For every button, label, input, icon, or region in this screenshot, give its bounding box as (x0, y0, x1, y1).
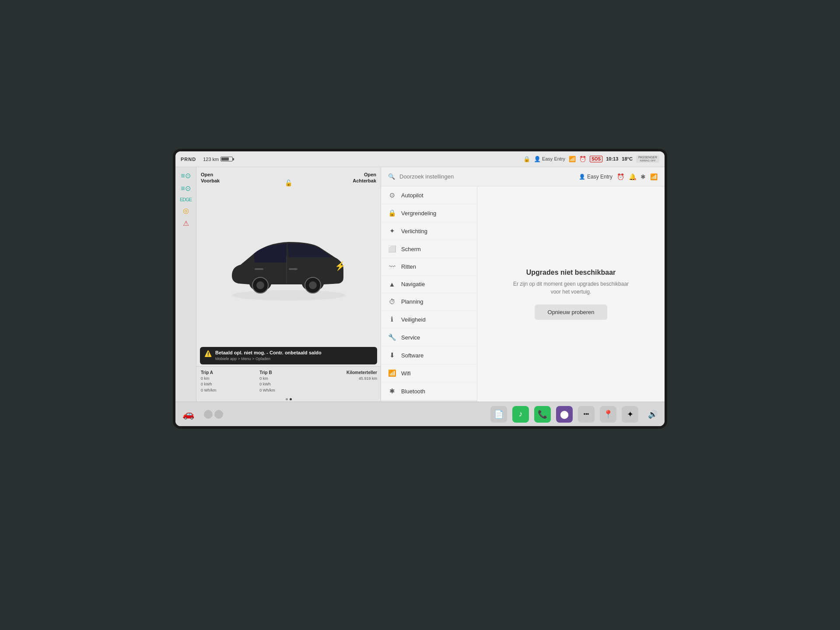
menu-item-vergrendeling[interactable]: 🔒 Vergrendeling (381, 204, 477, 222)
trip-b-kwh: 0 kWh (259, 382, 318, 388)
menu-item-wifi[interactable]: 📶 Wifi (381, 364, 477, 382)
taskbar-maps-btn[interactable]: 📍 (600, 406, 616, 423)
dot-2[interactable] (290, 398, 292, 400)
taskbar-dots (204, 410, 223, 419)
menu-item-scherm[interactable]: ⬜ Scherm (381, 240, 477, 258)
bluetooth-label: Bluetooth (401, 388, 425, 395)
sidebar-icon-display[interactable]: ≡⊙ (181, 172, 190, 180)
sidebar-icons: ≡⊙ ≡⊙ EDGE ◎ ⚠ (175, 167, 196, 402)
trip-b-whkm: 0 Wh/km (259, 388, 318, 394)
status-bar: PRND 123 km 🔒 👤 Easy Entry 📶 ⏰ SOS 10:13 (175, 151, 665, 167)
wifi-icon-header[interactable]: 📶 (650, 173, 658, 180)
menu-item-veiligheid[interactable]: ℹ Veiligheid (381, 311, 477, 329)
profile-btn[interactable]: 👤 Easy Entry (579, 174, 612, 180)
car-home-icon[interactable]: 🚗 (182, 409, 194, 420)
airbag-line2: AIRBAG OFF (638, 159, 657, 162)
easy-entry-label: Easy Entry (542, 156, 565, 161)
veiligheid-icon: ℹ (388, 315, 396, 323)
sidebar-icon-speed[interactable]: ≡⊙ (181, 184, 190, 192)
alarm-icon-header[interactable]: ⏰ (617, 173, 624, 180)
trip-b-km: 0 km (259, 376, 318, 382)
planning-label: Planning (401, 298, 424, 305)
service-label: Service (401, 334, 420, 341)
dot-1[interactable] (286, 398, 288, 400)
retry-button[interactable]: Opnieuw proberen (535, 304, 608, 320)
verlichting-icon: ✦ (388, 227, 396, 235)
menu-item-bluetooth[interactable]: ✱ Bluetooth (381, 382, 477, 400)
menu-item-navigatie[interactable]: ▲ Navigatie (381, 276, 477, 293)
battery-bar (220, 157, 233, 161)
menu-item-planning[interactable]: ⏱ Planning (381, 293, 477, 311)
svg-point-3 (256, 281, 264, 289)
trip-a-title: Trip A (201, 370, 259, 375)
sidebar-icon-tire[interactable]: ◎ (183, 206, 189, 215)
software-icon: ⬇ (388, 351, 396, 359)
menu-item-verlichting[interactable]: ✦ Verlichting (381, 222, 477, 240)
taskbar-circle-btn[interactable]: ⬤ (556, 406, 573, 423)
settings-body: ⊙ Autopilot 🔒 Vergrendeling ✦ Verlichtin… (381, 186, 665, 402)
verlichting-label: Verlichting (401, 228, 427, 234)
volume-icon[interactable]: 🔊 (648, 410, 658, 419)
svg-point-5 (309, 281, 317, 289)
battery-indicator: 123 km (203, 157, 233, 162)
trip-b-values: 0 km 0 kWh 0 Wh/km (259, 376, 318, 394)
status-icons: 🔒 👤 Easy Entry 📶 ⏰ SOS 10:13 18°C PASSEN… (523, 155, 659, 163)
svg-point-0 (232, 290, 346, 301)
sidebar-icon-alert[interactable]: ⚠ (183, 219, 189, 228)
temp-display: 18°C (622, 156, 633, 161)
menu-item-autopilot[interactable]: ⊙ Autopilot (381, 186, 477, 204)
trip-b-title: Trip B (259, 370, 318, 375)
vergrendeling-label: Vergrendeling (401, 210, 436, 217)
wifi-icon[interactable]: 📶 (569, 156, 576, 162)
car-lock-icon: 🔓 (285, 179, 292, 186)
car-image-area: 🔓 (196, 167, 381, 345)
software-label: Software (401, 352, 424, 359)
autopilot-label: Autopilot (401, 192, 424, 199)
taskbar-more-btn[interactable]: ••• (578, 406, 595, 423)
search-input[interactable] (399, 173, 574, 180)
menu-item-service[interactable]: 🔧 Service (381, 329, 477, 346)
trip-a-whkm: 0 Wh/km (201, 388, 259, 394)
car-svg: ⚡ (219, 219, 359, 306)
alarm-icon[interactable]: ⏰ (579, 156, 586, 162)
lock-btn[interactable]: 🔒 (523, 156, 530, 162)
odometer-value: 45.919 km (318, 376, 377, 382)
bluetooth-icon-header[interactable]: ✱ (640, 173, 646, 180)
trip-data: Trip A 0 km 0 kWh 0 Wh/km Trip B 0 km (196, 366, 381, 397)
svg-text:⚡: ⚡ (335, 261, 346, 271)
upgrades-content: Upgrades niet beschikbaar Er zijn op dit… (477, 186, 665, 402)
odometer-title: Kilometerteller (318, 370, 377, 375)
sos-label: SOS (590, 156, 602, 162)
trip-b-col: Trip B 0 km 0 kWh 0 Wh/km (259, 370, 318, 394)
screen: PRND 123 km 🔒 👤 Easy Entry 📶 ⏰ SOS 10:13 (175, 151, 665, 426)
wifi-label: Wifi (401, 370, 411, 377)
left-panel: ≡⊙ ≡⊙ EDGE ◎ ⚠ Open Voorbak Open (175, 167, 381, 402)
taskbar-file-btn[interactable]: 📄 (490, 406, 507, 423)
navigatie-label: Navigatie (401, 281, 425, 287)
taskbar-spotify-btn[interactable]: ♪ (512, 406, 529, 423)
ritten-label: Ritten (401, 263, 416, 270)
person-icon-header: 👤 (579, 174, 585, 180)
veiligheid-label: Veiligheid (401, 316, 426, 323)
autopilot-icon: ⊙ (388, 191, 396, 199)
prnd-label: PRND (181, 157, 196, 162)
right-panel: 🔍 👤 Easy Entry ⏰ 🔔 ✱ 📶 (381, 167, 665, 402)
sidebar-icon-edge[interactable]: EDGE (180, 197, 192, 202)
upgrades-subtitle: Er zijn op dit moment geen upgrades besc… (510, 280, 632, 296)
taskbar-phone-btn[interactable]: 📞 (534, 406, 551, 423)
main-content: ≡⊙ ≡⊙ EDGE ◎ ⚠ Open Voorbak Open (175, 167, 665, 402)
battery-km: 123 km (203, 157, 219, 162)
menu-item-software[interactable]: ⬇ Software (381, 346, 477, 364)
taskbar-stars-btn[interactable]: ✦ (622, 406, 638, 423)
planning-icon: ⏱ (388, 298, 396, 305)
trip-a-col: Trip A 0 km 0 kWh 0 Wh/km (201, 370, 259, 394)
easy-entry-btn[interactable]: 👤 Easy Entry (534, 156, 565, 162)
menu-item-ritten[interactable]: 〰 Ritten (381, 258, 477, 276)
passenger-airbag-badge: PASSENGER AIRBAG OFF (636, 155, 659, 163)
lock-icon: 🔒 (523, 156, 530, 162)
header-right: 👤 Easy Entry ⏰ 🔔 ✱ 📶 (579, 173, 658, 180)
taskbar-dot-1 (204, 410, 213, 419)
warning-text: Betaald opl. niet mog. - Contr. onbetaal… (215, 350, 322, 362)
ritten-icon: 〰 (388, 263, 396, 270)
bell-icon-header[interactable]: 🔔 (629, 173, 636, 180)
